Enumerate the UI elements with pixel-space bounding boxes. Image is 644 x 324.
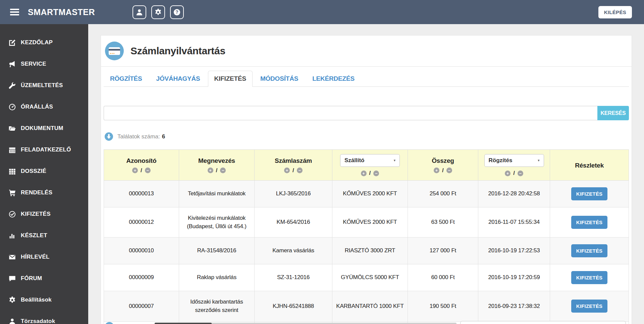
sort-ascending-button[interactable]: + <box>284 168 290 173</box>
sidebar-item-beallitasok[interactable]: Beállítások <box>0 289 88 311</box>
kifizetes-button[interactable]: KIFIZETÉS <box>571 216 607 229</box>
sort-descending-button[interactable]: − <box>518 171 523 176</box>
horizontal-scrollbar-thumb[interactable] <box>155 323 212 324</box>
gear-button[interactable] <box>151 5 165 19</box>
column-label: Részletek <box>552 162 627 169</box>
cell-amount: 190 500 Ft <box>408 291 478 321</box>
gear-icon <box>9 297 16 304</box>
page-header: Számlanyilvántartás <box>101 36 632 67</box>
sidebar-item-oraallas[interactable]: ÓRAÁLLÁS <box>0 96 88 118</box>
sidebar-item-forum[interactable]: FÓRUM <box>0 268 88 289</box>
sort-divider: / <box>513 170 515 177</box>
search-bar: KERESÉS <box>104 106 629 120</box>
cell-action: KIFIZETÉS <box>550 291 629 321</box>
sidebar-item-keszlet[interactable]: KÉSZLET <box>0 225 88 246</box>
sort-descending-button[interactable]: − <box>446 168 452 173</box>
tab-kifizetes[interactable]: KIFIZETÉS <box>208 71 253 87</box>
user-icon <box>9 318 16 324</box>
sort-ascending-button[interactable]: + <box>208 168 213 173</box>
column-header-osszeg: Összeg+/− <box>408 150 478 181</box>
cell-id: 00000013 <box>104 181 179 207</box>
cell-invoice: LKJ-365/2016 <box>255 181 332 207</box>
results-icon-partial <box>105 322 114 324</box>
tab-rogzites[interactable]: RÖGZÍTÉS <box>104 71 149 87</box>
sort-ascending-button[interactable]: + <box>361 171 367 176</box>
sidebar-item-dosszie[interactable]: DOSSZIÉ <box>0 160 88 182</box>
sidebar-item-hirlevel[interactable]: HÍRLEVÉL <box>0 246 88 268</box>
hamburger-icon[interactable] <box>8 7 21 17</box>
cell-date: 2016-10-19 17:20:59 <box>478 264 550 291</box>
sort-ascending-button[interactable]: + <box>505 171 511 176</box>
kifizetes-button[interactable]: KIFIZETÉS <box>571 187 607 200</box>
column-header-szallito: Szállító▼+/− <box>332 150 408 181</box>
sort-descending-button[interactable]: − <box>297 168 303 173</box>
user-button[interactable] <box>132 5 146 19</box>
cell-supplier: RIASZTÓ 3000 ZRT <box>332 238 408 264</box>
invoice-table: Azonosító+/−Megnevezés+/−Számlaszám+/−Sz… <box>104 149 629 324</box>
cell-action: KIFIZETÉS <box>550 238 629 264</box>
help-icon: ? <box>173 9 180 16</box>
kifizetes-button[interactable]: KIFIZETÉS <box>571 271 607 284</box>
table-row: 00000013Tetőjavítási munkálatokLKJ-365/2… <box>104 181 629 207</box>
sort-divider: / <box>141 167 142 174</box>
cell-supplier: GYÜMÖLCS 5000 KFT <box>332 264 408 291</box>
cell-invoice: KJHN-65241888 <box>255 291 332 321</box>
sidebar-item-label: KIFIZETÉS <box>21 211 51 217</box>
column-header-szamlaszam: Számlaszám+/− <box>255 150 332 181</box>
filter-select-value: Rögzítés <box>489 157 513 164</box>
sidebar-item-label: ÓRAÁLLÁS <box>21 104 53 110</box>
results-count: 6 <box>162 133 165 140</box>
column-header-reszletek: Részletek <box>550 150 629 181</box>
results-summary: Találatok száma: 6 <box>105 132 629 141</box>
sort-ascending-button[interactable]: + <box>434 168 439 173</box>
tab-jovahagyas[interactable]: JÓVÁHAGYÁS <box>150 71 207 87</box>
sidebar-item-uzemeltetes[interactable]: ÜZEMELTETÉS <box>0 75 88 96</box>
search-button[interactable]: KERESÉS <box>597 106 629 120</box>
sidebar-item-rendeles[interactable]: RENDELÉS <box>0 182 88 203</box>
main-area: Számlanyilvántartás RÖGZÍTÉSJÓVÁHAGYÁSKI… <box>88 24 644 324</box>
sidebar-item-dokumentum[interactable]: DOKUMENTUM <box>0 118 88 139</box>
sidebar-item-kifizetes[interactable]: KIFIZETÉS <box>0 203 88 225</box>
sidebar-item-kezdolap[interactable]: KEZDŐLAP <box>0 32 88 53</box>
pagination-select-partial[interactable] <box>460 321 626 324</box>
comment-icon <box>9 275 16 282</box>
cell-supplier: KARBANTARTÓ 1000 KFT <box>332 291 408 321</box>
filter-select-szallito[interactable]: Szállító▼ <box>340 154 400 167</box>
kifizetes-button[interactable]: KIFIZETÉS <box>571 300 607 313</box>
sort-descending-button[interactable]: − <box>220 168 226 173</box>
sidebar-item-service[interactable]: SERVICE <box>0 53 88 75</box>
column-header-rogzites: Rögzítés▼+/− <box>478 150 550 181</box>
user-icon <box>136 9 143 16</box>
check-circle-icon <box>9 211 16 218</box>
search-input[interactable] <box>104 106 597 120</box>
sort-descending-button[interactable]: − <box>373 171 379 176</box>
cell-name: Kivitelezési munkálatok (Budapest, Üllői… <box>179 207 254 238</box>
logout-button[interactable]: KILÉPÉS <box>598 6 632 18</box>
tab-lekerdezes[interactable]: LEKÉRDEZÉS <box>306 71 361 87</box>
filter-select-rogzites[interactable]: Rögzítés▼ <box>484 154 544 167</box>
kifizetes-button[interactable]: KIFIZETÉS <box>571 244 607 257</box>
chevron-down-icon: ▼ <box>537 159 540 162</box>
credit-card-icon <box>105 42 124 60</box>
sort-ascending-button[interactable]: + <box>132 168 138 173</box>
tab-modositas[interactable]: MÓDOSÍTÁS <box>254 71 305 87</box>
sidebar-item-label: SERVICE <box>21 61 46 67</box>
table-row: 00000012Kivitelezési munkálatok (Budapes… <box>104 207 629 238</box>
sidebar-item-feladatkezelo[interactable]: FELADATKEZELŐ <box>0 139 88 160</box>
sort-divider: / <box>216 167 218 174</box>
cell-invoice: SZ-31-12016 <box>255 264 332 291</box>
sidebar-item-torzsadatok[interactable]: Törzsadatok <box>0 311 88 324</box>
sidebar-item-label: DOKUMENTUM <box>21 125 63 132</box>
table-row: 00000009Raklap vásárlásSZ-31-12016GYÜMÖL… <box>104 264 629 291</box>
cart-icon <box>9 189 16 196</box>
cell-name: Időszaki karbantartás szerződés szerint <box>179 291 254 321</box>
chevron-down-icon: ▼ <box>393 159 396 162</box>
edit-icon <box>9 39 16 46</box>
cell-amount: 127 000 Ft <box>408 238 478 264</box>
sidebar-item-label: Törzsadatok <box>21 318 55 324</box>
cell-supplier: KŐMŰVES 2000 KFT <box>332 181 408 207</box>
sort-descending-button[interactable]: − <box>145 168 151 173</box>
cell-name: Raklap vásárlás <box>179 264 254 291</box>
help-button[interactable]: ? <box>170 5 184 19</box>
column-header-azonosito: Azonosító+/− <box>104 150 179 181</box>
